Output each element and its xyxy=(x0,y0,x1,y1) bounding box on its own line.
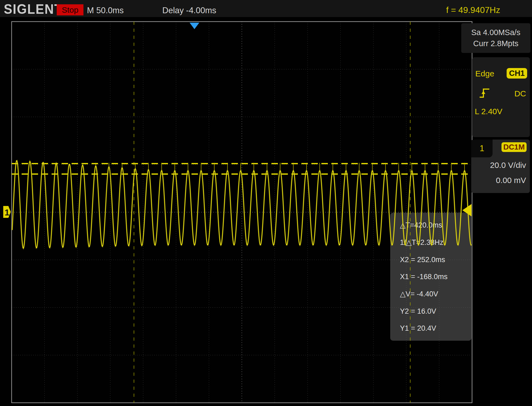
cursor-y1: Y1 = 20.4V xyxy=(400,324,470,333)
cursor-x1: X1 = -168.0ms xyxy=(400,273,470,281)
cursor-y2: Y2 = 16.0V xyxy=(400,307,470,316)
memory-depth-readout: Curr 2.8Mpts xyxy=(473,39,518,48)
run-stop-state-button[interactable]: Stop xyxy=(57,4,83,15)
channel1-coupling-badge[interactable]: DC1M xyxy=(501,142,527,152)
cursor-x2: X2 = 252.0ms xyxy=(400,256,470,264)
channel1-offset-readout: 0.00 mV xyxy=(496,176,526,185)
trigger-level-readout: L 2.40V xyxy=(475,107,502,116)
channel1-tab[interactable]: 1 xyxy=(471,140,493,157)
sample-rate-readout: Sa 4.00MSa/s xyxy=(471,28,520,37)
top-status-bar: SIGLENT Stop M 50.0ms Delay -4.00ms f = … xyxy=(0,0,532,17)
frequency-counter-readout: f = 49.9407Hz xyxy=(446,5,500,15)
channel1-panel[interactable]: 1 DC1M 20.0 V/div 0.00 mV xyxy=(471,140,530,193)
trigger-source-badge[interactable]: CH1 xyxy=(507,68,527,79)
cursor-delta-v: △V= -4.40V xyxy=(400,290,470,298)
trigger-panel[interactable]: Edge CH1 DC L 2.40V xyxy=(472,57,530,137)
timebase-readout[interactable]: M 50.0ms xyxy=(87,6,124,15)
cursor-inv-delta-t: 1/△T=2.38Hz xyxy=(400,238,470,247)
siglent-logo: SIGLENT xyxy=(4,1,63,17)
graticule-background xyxy=(0,17,473,406)
channel1-scale-readout: 20.0 V/div xyxy=(490,161,526,170)
trigger-type-label: Edge xyxy=(475,69,494,78)
trigger-coupling-label: DC xyxy=(514,89,526,98)
cursor-delta-t: △T=420.0ms xyxy=(400,221,470,229)
delay-readout[interactable]: Delay -4.00ms xyxy=(162,6,216,15)
cursor-measurement-box: △T=420.0ms 1/△T=2.38Hz X2 = 252.0ms X1 =… xyxy=(390,213,472,341)
acquisition-panel: Sa 4.00MSa/s Curr 2.8Mpts xyxy=(461,23,530,53)
